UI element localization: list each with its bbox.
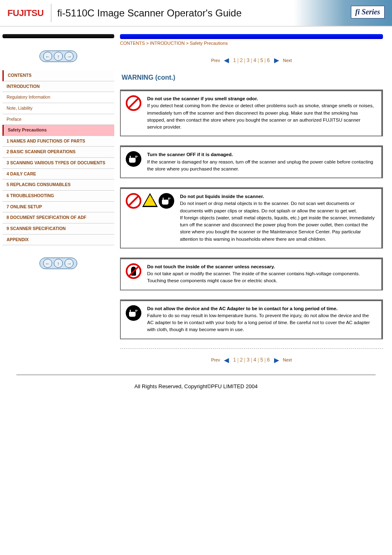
toc-item[interactable]: 9 SCANNER SPECIFICATION (2, 223, 114, 235)
warning-text: Do not use the scanner if you smell stra… (147, 95, 376, 131)
pager-next-label[interactable]: Next (283, 58, 292, 63)
nav-next-button[interactable]: → (65, 259, 74, 268)
page-title: fi-5110C Image Scanner Operator's Guide (51, 7, 242, 19)
warning-icons (126, 95, 142, 131)
pager-sep: | (263, 58, 267, 63)
pager-sep: | (243, 58, 247, 63)
pager-prev-icon[interactable]: ◀ (224, 56, 229, 64)
nav-up-button[interactable]: ↑ (54, 52, 63, 61)
warning-icons (126, 263, 142, 285)
series-badge: fi Series (351, 6, 385, 18)
nav-prev-button[interactable]: ← (43, 52, 52, 61)
toc-item[interactable]: 3 SCANNING VARIOUS TYPES OF DOCUMENTS (2, 158, 114, 169)
pager-page[interactable]: 4 (254, 357, 256, 363)
sidebar-top-band (2, 34, 114, 38)
footer-copyright: All Rights Reserved, Copyright©PFU LIMIT… (16, 375, 376, 398)
toc-item[interactable]: APPENDIX (2, 235, 114, 246)
main-content: CONTENTS > INTRODUCTION > Safety Precaut… (120, 34, 383, 366)
pager-next-label[interactable]: Next (283, 357, 292, 362)
nav-prev-button[interactable]: ← (43, 259, 52, 268)
unplug-icon: → (159, 193, 175, 210)
toc-item[interactable]: Note, Liability (2, 103, 114, 114)
pager-page[interactable]: 6 (267, 58, 270, 63)
toc-item[interactable]: CONTENTS (2, 70, 114, 81)
toc-item[interactable]: 1 NAMES AND FUNCTIONS OF PARTS (2, 136, 114, 147)
pager-sep: | (243, 357, 247, 363)
pager-prev-label[interactable]: Prev (211, 58, 220, 63)
nav-up-button[interactable]: ↑ (54, 259, 63, 268)
pager-next-icon[interactable]: ▶ (274, 356, 279, 364)
pager-page[interactable]: 2 (240, 58, 243, 63)
toc-item[interactable]: 6 TROUBLESHOOTING (2, 191, 114, 202)
electric-shock-icon (142, 193, 159, 210)
warning-icons: → (126, 193, 175, 243)
nav-pill-top: ← ↑ → (2, 38, 114, 67)
brand-logo: FUJITSU (0, 8, 51, 18)
warning-text: Do not touch the inside of the scanner u… (147, 263, 376, 285)
toc-item[interactable]: Safety Precautions (2, 125, 114, 136)
pager-sep: | (236, 357, 240, 363)
warning-box: →Do not put liquids inside the scanner.D… (120, 187, 383, 249)
pager-prev-label[interactable]: Prev (211, 357, 220, 362)
pager-sep: | (249, 58, 254, 63)
warning-icons: → (126, 305, 142, 334)
warning-text: Do not put liquids inside the scanner.Do… (180, 193, 376, 243)
sidebar: ← ↑ → CONTENTSINTRODUCTIONRegulatory Inf… (2, 34, 114, 366)
do-not-touch-icon (126, 263, 142, 280)
toc-item[interactable]: 2 BASIC SCANNER OPERATIONS (2, 147, 114, 158)
pager-next-icon[interactable]: ▶ (274, 56, 279, 64)
pager-page[interactable]: 4 (254, 58, 256, 63)
pager-top: Prev ◀ 1 | 2 | 3 | 4 | 5 | 6 ▶ Next (120, 49, 383, 67)
toc: CONTENTSINTRODUCTIONRegulatory Informati… (2, 70, 114, 245)
warning-text: Do not allow the device and the AC Adapt… (147, 305, 376, 334)
pager-sep: | (256, 357, 261, 363)
pager-page[interactable]: 6 (267, 357, 270, 363)
unplug-icon: → (126, 151, 142, 168)
warning-box: Do not touch the inside of the scanner u… (120, 258, 383, 290)
unplug-icon: → (126, 305, 142, 322)
pager-page[interactable]: 2 (240, 357, 243, 363)
main-top-band (120, 34, 383, 39)
toc-item[interactable]: 8 DOCUMENT SPECIFICATION OF ADF (2, 212, 114, 223)
pager-sep: | (236, 58, 240, 63)
prohibit-icon (126, 193, 142, 210)
toc-item[interactable]: Preface (2, 114, 114, 125)
pager-sep: | (249, 357, 254, 363)
warning-box: Do not use the scanner if you smell stra… (120, 90, 383, 136)
nav-next-button[interactable]: → (65, 52, 74, 61)
warning-text: Turn the scanner OFF if it is damaged.If… (147, 151, 376, 173)
toc-item[interactable]: 4 DAILY CARE (2, 169, 114, 180)
prohibit-icon (126, 95, 142, 112)
breadcrumb: CONTENTS > INTRODUCTION > Safety Precaut… (120, 39, 383, 49)
toc-item[interactable]: INTRODUCTION (2, 81, 114, 92)
toc-item[interactable]: 5 REPLACING CONSUMABLES (2, 180, 114, 191)
section-heading: WARNING (cont.) (120, 67, 383, 85)
pager-bottom: Prev ◀ 1 | 2 | 3 | 4 | 5 | 6 ▶ Next (120, 348, 383, 366)
toc-item[interactable]: Regulatory Information (2, 92, 114, 103)
warning-box: →Turn the scanner OFF if it is damaged.I… (120, 145, 383, 178)
warning-box: →Do not allow the device and the AC Adap… (120, 299, 383, 339)
pager-sep: | (256, 58, 261, 63)
pager-prev-icon[interactable]: ◀ (224, 356, 229, 364)
nav-pill-bottom: ← ↑ → (2, 245, 114, 274)
toc-item[interactable]: 7 ONLINE SETUP (2, 202, 114, 213)
pager-sep: | (263, 357, 267, 363)
header-bar: FUJITSU fi-5110C Image Scanner Operator'… (0, 0, 392, 27)
warning-icons: → (126, 151, 142, 173)
